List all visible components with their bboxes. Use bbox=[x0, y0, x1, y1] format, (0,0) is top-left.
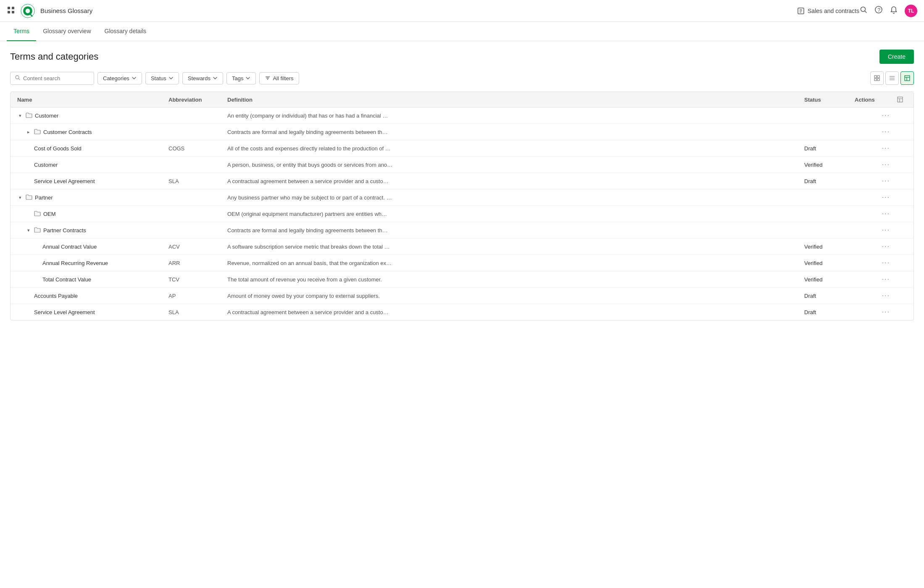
svg-point-17 bbox=[16, 76, 19, 79]
row-label[interactable]: Partner bbox=[35, 194, 53, 201]
row-actions-menu[interactable]: ··· bbox=[882, 210, 890, 218]
row-definition: A contractual agreement between a servic… bbox=[224, 174, 801, 189]
row-name-cell: Customer bbox=[14, 158, 165, 172]
table-row: ▸ Customer ContractsContracts are formal… bbox=[11, 124, 913, 140]
row-label[interactable]: Customer Contracts bbox=[43, 129, 92, 135]
stewards-filter[interactable]: Stewards bbox=[182, 72, 223, 84]
row-actions[interactable]: ··· bbox=[851, 140, 893, 156]
row-definition: A software subscription service metric t… bbox=[224, 239, 801, 254]
row-definition: Contracts are formal and legally binding… bbox=[224, 223, 801, 238]
table-row: ▾ PartnerAny business partner who may be… bbox=[11, 189, 913, 206]
row-chevron-icon[interactable]: ▾ bbox=[17, 113, 23, 118]
view-controls bbox=[870, 71, 914, 85]
row-actions[interactable]: ··· bbox=[851, 239, 893, 255]
create-button[interactable]: Create bbox=[879, 50, 914, 64]
row-definition: OEM (original equipment manufacturer) pa… bbox=[224, 207, 801, 221]
row-abbreviation bbox=[165, 210, 224, 218]
row-actions-menu[interactable]: ··· bbox=[882, 144, 890, 152]
row-actions[interactable]: ··· bbox=[851, 222, 893, 238]
row-label[interactable]: Annual Contract Value bbox=[42, 244, 97, 250]
row-actions-menu[interactable]: ··· bbox=[882, 276, 890, 283]
notification-icon[interactable] bbox=[890, 5, 898, 16]
row-definition: The total amount of revenue you receive … bbox=[224, 272, 801, 287]
row-label[interactable]: Annual Recurring Revenue bbox=[42, 260, 108, 266]
row-actions-menu[interactable]: ··· bbox=[882, 226, 890, 234]
search-input[interactable] bbox=[23, 75, 82, 81]
grid-view-button[interactable] bbox=[870, 71, 884, 85]
row-actions-menu[interactable]: ··· bbox=[882, 112, 890, 119]
table-row: CustomerA person, business, or entity th… bbox=[11, 157, 913, 173]
table-row: ▾ CustomerAn entity (company or individu… bbox=[11, 108, 913, 124]
row-actions-menu[interactable]: ··· bbox=[882, 243, 890, 250]
row-actions[interactable]: ··· bbox=[851, 206, 893, 222]
svg-rect-22 bbox=[874, 76, 877, 78]
row-actions-menu[interactable]: ··· bbox=[882, 128, 890, 136]
row-actions[interactable]: ··· bbox=[851, 108, 893, 123]
tab-bar: Terms Glossary overview Glossary details bbox=[0, 22, 924, 41]
row-definition: A contractual agreement between a servic… bbox=[224, 305, 801, 320]
svg-rect-1 bbox=[12, 7, 14, 9]
row-actions[interactable]: ··· bbox=[851, 255, 893, 271]
row-status bbox=[801, 193, 851, 202]
row-actions[interactable]: ··· bbox=[851, 189, 893, 205]
search-icon[interactable] bbox=[859, 5, 868, 16]
row-status bbox=[801, 226, 851, 234]
list-view-button[interactable] bbox=[885, 71, 899, 85]
row-actions[interactable]: ··· bbox=[851, 271, 893, 287]
row-abbreviation: ACV bbox=[165, 239, 224, 254]
row-label[interactable]: Cost of Goods Sold bbox=[34, 145, 82, 152]
row-abbreviation: AP bbox=[165, 289, 224, 303]
row-abbreviation: TCV bbox=[165, 272, 224, 287]
row-definition: Contracts are formal and legally binding… bbox=[224, 125, 801, 139]
row-definition: Any business partner who may be subject … bbox=[224, 190, 801, 205]
tags-filter[interactable]: Tags bbox=[226, 72, 256, 84]
row-label[interactable]: Customer bbox=[35, 113, 58, 119]
search-box[interactable] bbox=[10, 72, 94, 85]
row-status: Verified bbox=[801, 272, 851, 287]
row-actions-menu[interactable]: ··· bbox=[882, 194, 890, 201]
user-avatar[interactable]: TL bbox=[905, 5, 917, 17]
row-actions-menu[interactable]: ··· bbox=[882, 177, 890, 185]
status-filter[interactable]: Status bbox=[145, 72, 179, 84]
svg-point-13 bbox=[861, 7, 866, 12]
tab-terms[interactable]: Terms bbox=[7, 22, 36, 41]
row-definition: An entity (company or individual) that h… bbox=[224, 108, 801, 123]
row-actions-menu[interactable]: ··· bbox=[882, 308, 890, 316]
row-actions-menu[interactable]: ··· bbox=[882, 292, 890, 299]
row-chevron-icon[interactable]: ▾ bbox=[26, 228, 32, 233]
filter-bar: Categories Status Stewards Tags All filt… bbox=[10, 71, 914, 85]
tab-glossary-overview[interactable]: Glossary overview bbox=[36, 22, 97, 41]
row-abbreviation bbox=[165, 111, 224, 120]
row-label[interactable]: Service Level Agreement bbox=[34, 309, 95, 315]
row-chevron-icon[interactable]: ▾ bbox=[17, 195, 23, 200]
grid-menu-icon[interactable] bbox=[7, 6, 15, 16]
col-header-status: Status bbox=[801, 92, 851, 107]
row-definition: Revenue, normalized on an annual basis, … bbox=[224, 256, 801, 270]
row-label[interactable]: Service Level Agreement bbox=[34, 178, 95, 184]
row-actions-menu[interactable]: ··· bbox=[882, 259, 890, 267]
row-label[interactable]: Customer bbox=[34, 162, 58, 168]
svg-line-18 bbox=[19, 79, 20, 80]
row-actions[interactable]: ··· bbox=[851, 288, 893, 304]
row-actions-menu[interactable]: ··· bbox=[882, 161, 890, 168]
col-header-toggle[interactable] bbox=[893, 92, 910, 107]
all-filters-button[interactable]: All filters bbox=[259, 72, 299, 84]
row-label[interactable]: Partner Contracts bbox=[43, 227, 86, 234]
row-actions[interactable]: ··· bbox=[851, 173, 893, 189]
table-view-button[interactable] bbox=[900, 71, 914, 85]
table-row: Cost of Goods SoldCOGSAll of the costs a… bbox=[11, 140, 913, 157]
tab-glossary-details[interactable]: Glossary details bbox=[98, 22, 153, 41]
row-chevron-icon[interactable]: ▸ bbox=[26, 129, 32, 135]
categories-filter[interactable]: Categories bbox=[97, 72, 142, 84]
row-actions[interactable]: ··· bbox=[851, 124, 893, 140]
row-label[interactable]: OEM bbox=[43, 211, 56, 217]
row-actions[interactable]: ··· bbox=[851, 304, 893, 320]
row-actions[interactable]: ··· bbox=[851, 157, 893, 173]
svg-rect-0 bbox=[8, 7, 10, 9]
row-abbreviation bbox=[165, 128, 224, 136]
row-col-extra bbox=[893, 275, 910, 284]
row-label[interactable]: Accounts Payable bbox=[34, 293, 78, 299]
help-icon[interactable]: ? bbox=[874, 5, 883, 16]
grid-view-icon bbox=[874, 75, 880, 81]
row-label[interactable]: Total Contract Value bbox=[42, 276, 91, 283]
